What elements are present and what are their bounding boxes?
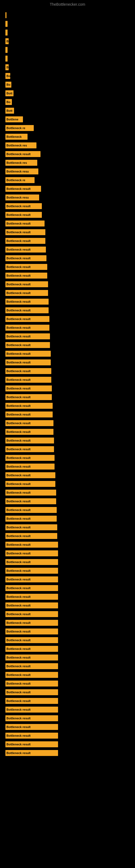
bar: Bottleneck result (5, 316, 49, 322)
bar: B (5, 38, 9, 44)
bar: Bottleneck result (5, 559, 58, 565)
bar-row: Bottleneck result (5, 220, 130, 227)
bar-label: Bottleneck res (6, 161, 27, 164)
bar: Bottleneck result (5, 273, 47, 279)
bar: Bottleneck result (5, 151, 41, 157)
bar-label: Bottleneck result (6, 447, 31, 451)
bar-label: B (6, 40, 9, 43)
bar: Bottleneck resu (5, 194, 39, 200)
bar-row: Bottleneck result (5, 445, 130, 453)
bar: Bottleneck result (5, 281, 48, 287)
bar-row: Bo (5, 81, 130, 88)
bar: Bottleneck result (5, 542, 58, 548)
bar: Bottleneck (5, 134, 28, 140)
bar: Bottleneck result (5, 472, 55, 478)
bar-label: Bottleneck result (6, 300, 31, 303)
bar: Bottlene (5, 116, 23, 122)
bar-row: Bottleneck result (5, 402, 130, 410)
bar-label: Bottleneck result (6, 239, 31, 243)
bar-row: Bottleneck resu (5, 194, 130, 201)
bar: Bottleneck result (5, 203, 42, 209)
bar: Bottleneck result (5, 420, 53, 426)
bar-label: Bottleneck result (6, 378, 31, 381)
bar: Bottleneck resu (5, 168, 38, 175)
bar-label: Bottleneck result (6, 352, 31, 355)
bar-label: Bottleneck result (6, 387, 31, 390)
bar-label: Bottleneck result (6, 560, 31, 564)
bar-label: Bottleneck result (6, 500, 31, 503)
bar-row: Bottleneck result (5, 515, 130, 522)
bar-row: Bottleneck result (5, 350, 130, 358)
bar: Bottleneck result (5, 611, 58, 617)
bar: Bottleneck result (5, 654, 58, 660)
bar-row: Bottleneck result (5, 497, 130, 505)
bar: Bottleneck re (5, 177, 35, 183)
bar: Bottleneck result (5, 464, 54, 469)
bar: Bottleneck result (5, 377, 51, 383)
bar-row: Bottleneck result (5, 749, 130, 757)
bar-label: Bottleneck result (6, 213, 31, 216)
bar-label: Bottleneck result (6, 248, 31, 251)
bar-label: Bottleneck result (6, 586, 31, 590)
bar-label: Bottleneck result (6, 404, 31, 407)
bar-row: Bottleneck re (5, 124, 130, 132)
site-title-container: TheBottlenecker.com (0, 0, 135, 9)
bar-row: Bottleneck result (5, 150, 130, 158)
bar (5, 12, 6, 18)
bar-label: Bottleneck result (6, 291, 31, 294)
bar-row: Bottleneck result (5, 254, 130, 262)
bar: Bott (5, 90, 13, 96)
bar: Bottleneck result (5, 550, 58, 556)
bar-row: Bottleneck result (5, 654, 130, 661)
bar-label: Bottleneck result (6, 664, 31, 668)
bar-row: Bottleneck result (5, 211, 130, 219)
bar-row: Bottleneck result (5, 723, 130, 731)
bar: Bottleneck result (5, 429, 53, 435)
bar-row (5, 55, 130, 62)
bar-row: Bottleneck result (5, 714, 130, 722)
bar (5, 47, 8, 53)
bar: Bottleneck result (5, 220, 45, 226)
bar-row: Bottleneck resu (5, 167, 130, 175)
bar-row: Bottleneck result (5, 506, 130, 514)
bar: Bottleneck result (5, 368, 51, 374)
bar: Bottleneck result (5, 411, 53, 417)
bar: Bottleneck result (5, 715, 58, 721)
bar: Bottleneck result (5, 481, 55, 487)
bar-label: Bottleneck result (6, 699, 31, 703)
bar-label: Bottlene (6, 118, 18, 121)
bar-label: Bottleneck result (6, 257, 31, 260)
bar: B (5, 64, 9, 70)
bar-row: Bottleneck result (5, 706, 130, 713)
bar-label: Bottleneck result (6, 621, 31, 624)
bar-row: Bottleneck result (5, 671, 130, 679)
bar-row: Bottleneck re (5, 176, 130, 184)
bar-label: Bottleneck result (6, 187, 31, 190)
bar-row: Bottleneck result (5, 524, 130, 531)
bar-row: Bottleneck result (5, 576, 130, 583)
bar: Bottleneck result (5, 628, 58, 634)
bar: Bottleneck result (5, 646, 58, 652)
bar: Bottleneck result (5, 342, 50, 348)
bar-row: Bottleneck res (5, 142, 130, 149)
bar: Bottleneck result (5, 724, 58, 730)
bar: Bottleneck result (5, 516, 57, 522)
bar-label: Bottleneck result (6, 743, 31, 746)
bar: Bottleneck re (5, 125, 34, 131)
site-title: TheBottlenecker.com (0, 0, 135, 9)
bar: Bottleneck result (5, 733, 58, 739)
bar: Bottleneck result (5, 672, 58, 678)
bar-row: Bottleneck result (5, 584, 130, 592)
bar-label: Bottleneck resu (6, 170, 29, 173)
bar-row: Bottleneck result (5, 593, 130, 600)
bar-label: Bottleneck result (6, 630, 31, 633)
bar-row: Bott (5, 107, 130, 115)
bar-label: Bottleneck result (6, 317, 31, 321)
bar: Bottleneck result (5, 385, 52, 392)
bar-label: Bottleneck result (6, 691, 31, 694)
bar-row: Bottleneck result (5, 480, 130, 488)
bar: Bottleneck result (5, 212, 42, 218)
bar-row: Bottleneck result (5, 645, 130, 653)
bar: Bottleneck result (5, 585, 58, 591)
bar-label: Bottleneck result (6, 639, 31, 642)
